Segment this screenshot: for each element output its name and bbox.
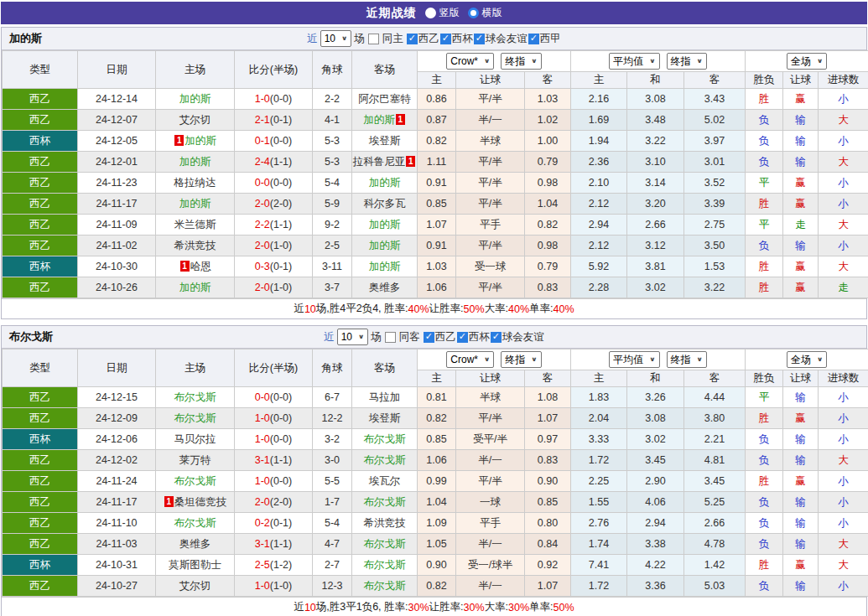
radio-icon[interactable] bbox=[468, 8, 479, 18]
league-filter-checkbox[interactable] bbox=[491, 332, 502, 343]
full-time-score: 2-1 bbox=[255, 114, 270, 126]
match-count-select[interactable]: 10∨ bbox=[337, 329, 369, 345]
league-filter-label: 西乙 bbox=[435, 330, 456, 344]
score-cell: 2-2(1-1) bbox=[235, 215, 313, 236]
score-cell: 2-0(2-0) bbox=[235, 492, 313, 513]
league-filter-checkbox[interactable] bbox=[440, 34, 451, 44]
home-team-name: 希洪竞技 bbox=[174, 240, 216, 251]
corner-count: 6-7 bbox=[313, 387, 352, 408]
layout-vertical-radio[interactable]: 竖版 bbox=[425, 6, 460, 20]
home-team-cell: 加的斯 bbox=[156, 89, 235, 110]
home-team-cell: 加的斯 bbox=[156, 194, 235, 215]
league-type-cell: 西乙 bbox=[3, 215, 78, 236]
radio-icon[interactable] bbox=[425, 8, 436, 18]
home-team-name: 哈恩 bbox=[190, 261, 211, 272]
score-cell: 3-1(1-1) bbox=[235, 534, 313, 555]
avg-home-odds: 2.12 bbox=[571, 194, 627, 215]
same-venue-checkbox[interactable] bbox=[385, 332, 396, 343]
league-type-label: 西乙 bbox=[29, 412, 50, 424]
crow-away-odds: 1.07 bbox=[525, 576, 571, 597]
final-odds-select[interactable]: 终指∨ bbox=[667, 53, 707, 70]
crow-away-odds: 0.83 bbox=[525, 450, 571, 471]
half-time-score: (2-0) bbox=[270, 496, 292, 508]
result-goals: 走 bbox=[819, 277, 868, 298]
away-team-cell: 布尔戈斯 bbox=[352, 450, 418, 471]
avg-away-odds: 3.43 bbox=[684, 89, 746, 110]
corner-count: 1-7 bbox=[313, 492, 352, 513]
full-time-select[interactable]: 全场∨ bbox=[787, 351, 827, 368]
crow-away-odds: 0.85 bbox=[525, 492, 571, 513]
avg-draw-odds: 3.20 bbox=[627, 194, 684, 215]
crow-home-odds: 1.11 bbox=[418, 152, 456, 173]
red-card-badge: 1 bbox=[164, 496, 174, 507]
result-goals: 大 bbox=[819, 256, 868, 277]
final-odds-select[interactable]: 终指∨ bbox=[501, 53, 541, 70]
score-cell: 3-1(1-1) bbox=[235, 450, 313, 471]
away-team-cell: 加的斯 bbox=[352, 173, 418, 194]
avg-home-odds: 2.36 bbox=[571, 152, 627, 173]
summary-segment: 50% bbox=[554, 602, 574, 613]
final-odds-select[interactable]: 终指∨ bbox=[501, 351, 541, 368]
league-type-label: 西乙 bbox=[29, 538, 50, 550]
matches-label: 场 bbox=[354, 32, 365, 46]
crow-handicap-line: 半/一 bbox=[456, 110, 525, 131]
average-select[interactable]: 平均值∨ bbox=[609, 53, 659, 70]
crow-home-odds: 0.85 bbox=[418, 429, 456, 450]
away-team-name: 拉科鲁尼亚 bbox=[353, 156, 406, 168]
column-header-score: 比分(半场) bbox=[235, 349, 313, 387]
result-handicap: 赢 bbox=[783, 555, 819, 576]
bookmaker-select[interactable]: Crow*∨ bbox=[446, 351, 494, 368]
full-time-score: 1-0 bbox=[255, 412, 270, 424]
subcol-result-handicap: 让球 bbox=[783, 72, 819, 89]
result-goals: 小 bbox=[819, 513, 868, 534]
home-team-name: 加的斯 bbox=[179, 93, 211, 105]
crow-handicap-line: 受一/球半 bbox=[456, 555, 525, 576]
full-time-score: 2-4 bbox=[255, 156, 270, 168]
score-cell: 1-0(0-0) bbox=[235, 89, 313, 110]
league-filter-checkbox[interactable] bbox=[407, 34, 418, 44]
result-goals: 小 bbox=[819, 131, 868, 152]
league-filter-checkbox[interactable] bbox=[528, 34, 539, 44]
home-team-cell: 布尔戈斯 bbox=[156, 513, 235, 534]
bookmaker-select[interactable]: Crow*∨ bbox=[446, 53, 494, 70]
away-team-cell: 奥维多 bbox=[352, 277, 418, 298]
avg-away-odds: 3.39 bbox=[684, 194, 746, 215]
crow-handicap-line: 平/半 bbox=[456, 408, 525, 429]
summary-segment: 40% bbox=[554, 303, 574, 315]
league-filter-checkbox[interactable] bbox=[424, 332, 434, 343]
matches-label: 场 bbox=[371, 330, 382, 344]
avg-draw-odds: 3.36 bbox=[627, 576, 684, 597]
match-count-select[interactable]: 10∨ bbox=[320, 30, 352, 47]
result-goals: 小 bbox=[819, 387, 868, 408]
league-filter-checkbox[interactable] bbox=[474, 34, 485, 44]
result-goals: 大 bbox=[819, 450, 868, 471]
crow-away-odds: 0.98 bbox=[525, 173, 571, 194]
avg-home-odds: 2.94 bbox=[571, 215, 627, 236]
subcol-crow-away: 客 bbox=[525, 370, 571, 387]
match-date: 24-12-14 bbox=[78, 89, 156, 110]
result-win-draw-lose: 负 bbox=[746, 152, 783, 173]
crow-handicap-line: 半/一 bbox=[456, 576, 525, 597]
crow-away-odds: 0.98 bbox=[525, 236, 571, 256]
full-time-select[interactable]: 全场∨ bbox=[787, 53, 827, 70]
avg-draw-odds: 3.22 bbox=[627, 131, 684, 152]
match-date: 24-12-15 bbox=[78, 387, 156, 408]
result-goals: 小 bbox=[819, 429, 868, 450]
layout-horizontal-radio[interactable]: 横版 bbox=[468, 6, 502, 20]
match-date: 24-11-23 bbox=[78, 173, 156, 194]
avg-away-odds: 4.81 bbox=[684, 450, 746, 471]
league-type-label: 西乙 bbox=[29, 198, 50, 210]
half-time-score: (1-1) bbox=[270, 454, 292, 466]
filter-bar: 近 10∨ 场 同主 西乙 西杯 球会友谊 西甲 bbox=[307, 30, 561, 47]
final-odds-select[interactable]: 终指∨ bbox=[667, 351, 707, 368]
same-venue-checkbox[interactable] bbox=[368, 34, 379, 44]
league-type-label: 西乙 bbox=[29, 475, 50, 487]
league-filter-group: 西乙 西杯 球会友谊 西甲 bbox=[406, 32, 561, 46]
full-time-score: 0-0 bbox=[255, 177, 270, 189]
away-team-name: 加的斯 bbox=[363, 114, 395, 126]
home-team-cell: 艾尔切 bbox=[156, 110, 235, 131]
half-time-score: (1-0) bbox=[270, 240, 292, 251]
average-select[interactable]: 平均值∨ bbox=[609, 351, 659, 368]
subcol-crow-home: 主 bbox=[418, 370, 456, 387]
league-filter-checkbox[interactable] bbox=[457, 332, 468, 343]
